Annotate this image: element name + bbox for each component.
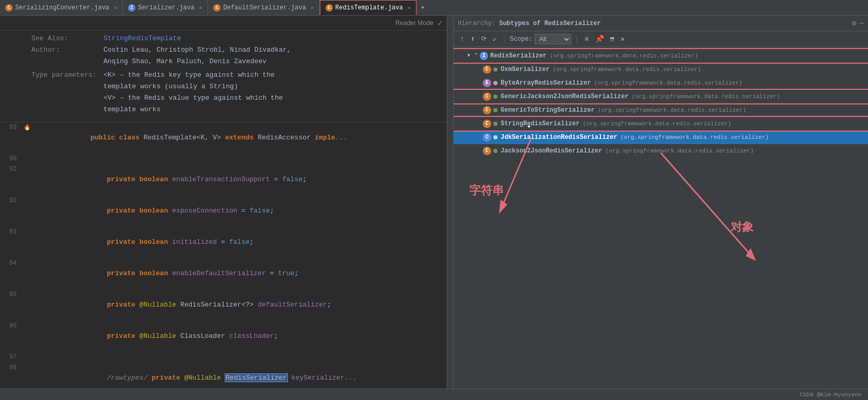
hier-tree[interactable]: ▼ * I RedisSerializer (org.springframewo… <box>454 47 868 389</box>
line-gutter-89: 🔥 <box>21 122 33 154</box>
tree-pkg-redis-serializer: (org.springframework.data.redis.serializ… <box>550 50 698 62</box>
code-line-97: 97 <box>0 352 447 362</box>
tree-name-redis-serializer: RedisSerializer <box>490 50 547 62</box>
tree-item-oxm[interactable]: C OxmSerializer (org.springframework.dat… <box>454 63 868 76</box>
author-spacer <box>31 56 99 67</box>
tb-collapse-btn[interactable]: ↙ <box>491 34 499 44</box>
dot-white-bytearray <box>493 81 497 85</box>
tree-icon-c-genericjackson: C <box>483 92 491 101</box>
tab-serializer[interactable]: I Serializer.java ✕ <box>123 0 208 15</box>
author-value2: Anqing Shao, Mark Paluch, Denis Zavedeev <box>103 56 267 67</box>
see-also-label: See Also: <box>31 33 99 44</box>
doc-block: See Also: StringRedisTemplate Author: Co… <box>0 31 447 122</box>
type-params-k2: template works (usually a String) <box>103 81 238 92</box>
hier-settings: ⚙ ─ <box>852 19 864 28</box>
code-line-90: 90 <box>0 154 447 164</box>
tb-expand-icon[interactable]: ≡ <box>583 34 591 44</box>
tree-pkg-jdk: (org.springframework.data.redis.serializ… <box>620 132 769 143</box>
tab-default-serializer[interactable]: C DefaultSerializer.java ✕ <box>208 0 319 15</box>
code-panel: Reader Mode ✓ See Also: StringRedisTempl… <box>0 16 447 389</box>
dot-green-jdk <box>493 135 497 139</box>
tree-item-stringredis[interactable]: C StringRedisSerializer (org.springframe… <box>454 117 868 131</box>
code-area[interactable]: 89 🔥 public class RedisTemplate<K, V> ex… <box>0 122 447 389</box>
tree-arrow-0: ▼ <box>467 50 473 62</box>
tree-icon-c-oxm: C <box>483 65 491 74</box>
tab-dropdown-btn[interactable]: ▾ <box>416 4 429 11</box>
scope-select[interactable]: All Project Module <box>535 34 571 44</box>
dot-green-j2 <box>493 149 497 153</box>
tree-icon-interface: I <box>480 52 488 60</box>
tree-name-jdk: JdkSerializationRedisSerializer <box>501 132 617 143</box>
minimize-icon[interactable]: ─ <box>860 19 864 28</box>
tree-pkg-oxm: (org.springframework.data.redis.serializ… <box>553 64 701 75</box>
tree-icon-c-jackson2: C <box>483 147 491 155</box>
tree-item-redis-serializer[interactable]: ▼ * I RedisSerializer (org.springframewo… <box>454 49 868 63</box>
dot-green-gj <box>493 95 497 99</box>
tab-close-1[interactable]: ✕ <box>114 5 117 11</box>
type-params-spacer1 <box>31 81 99 92</box>
dot-green-gs <box>493 108 497 112</box>
tree-name-stringredis: StringRedisSerializer <box>501 118 580 130</box>
line-num-89: 89 <box>0 122 21 154</box>
tab-redis-template[interactable]: C RedisTemplate.java ✕ <box>320 0 417 15</box>
type-params-label: Type parameters: <box>31 69 99 81</box>
code-line-91: 91 private boolean enableTransactionSupp… <box>0 164 447 195</box>
type-params-spacer2 <box>31 92 99 104</box>
tab-label-1: SerializingConverter.java <box>15 4 109 11</box>
hier-header: Hierarchy: Subtypes of RedisSerializer ⚙… <box>454 16 868 31</box>
tree-name-oxm: OxmSerializer <box>501 64 550 75</box>
code-line-89: 89 🔥 public class RedisTemplate<K, V> ex… <box>0 122 447 154</box>
tree-icon-c-stringredis: C <box>483 120 491 128</box>
tab-serializing-converter[interactable]: C SerializingConverter.java ✕ <box>0 0 123 15</box>
dot-green-oxm <box>493 67 497 72</box>
tab-bar: C SerializingConverter.java ✕ I Serializ… <box>0 0 868 16</box>
tb-close-btn[interactable]: ✕ <box>618 33 627 44</box>
hier-toolbar: ↑ ⬆ ⟳ ↙ | Scope: All Project Module | ≡ … <box>454 31 868 47</box>
tree-icon-c-genericstring: C <box>483 106 491 114</box>
author-label: Author: <box>31 44 99 56</box>
gear-icon[interactable]: ⚙ <box>852 19 856 28</box>
reader-mode-label: Reader Mode <box>396 19 434 27</box>
scope-label: Scope: <box>510 36 533 43</box>
tree-item-genericjackson[interactable]: C GenericJackson2JsonRedisSerializer (or… <box>454 90 868 103</box>
annotation-text-duixiang: 对象 <box>731 220 754 233</box>
type-params-v: <V> – the Redis value type against which… <box>103 92 283 104</box>
tb-refresh-btn[interactable]: ⟳ <box>479 34 489 44</box>
tb-export-icon[interactable]: ⬒ <box>608 34 616 44</box>
tree-pkg-genericjackson: (org.springframework.data.redis.serializ… <box>632 91 780 102</box>
tree-item-jackson2[interactable]: C Jackson2JsonRedisSerializer (org.sprin… <box>454 144 868 158</box>
type-params-v2: template works <box>103 104 160 115</box>
tab-close-3[interactable]: ✕ <box>311 5 314 11</box>
tree-item-jdk[interactable]: C JdkSerializationRedisSerializer (org.s… <box>454 131 868 144</box>
tb-prev-btn[interactable]: ⬆ <box>468 33 477 44</box>
tree-name-genericstring: GenericToStringSerializer <box>501 104 595 116</box>
tab-close-2[interactable]: ✕ <box>199 5 202 11</box>
tree-pkg-stringredis: (org.springframework.data.redis.serializ… <box>583 118 731 130</box>
tree-icon-e-bytearray: E <box>483 79 491 87</box>
svg-line-2 <box>661 153 754 259</box>
type-params-spacer3 <box>31 104 99 115</box>
annotation-label-zifu: 字符串 <box>469 183 504 198</box>
author-value: Costin Leau, Christoph Strobl, Ninad Div… <box>103 44 291 56</box>
dot-green-sr <box>493 122 497 126</box>
tree-pkg-bytearray: (org.springframework.data.redis.serializ… <box>594 77 743 89</box>
hierarchy-panel: Hierarchy: Subtypes of RedisSerializer ⚙… <box>453 16 868 389</box>
tree-star-icon: * <box>474 50 478 62</box>
tab-icon-c1: C <box>5 4 13 11</box>
tab-label-4: RedisTemplate.java <box>335 4 403 11</box>
tab-icon-c4: C <box>326 4 333 11</box>
type-params-k: <K> – the Redis key type against which t… <box>103 69 275 81</box>
code-line-92: 92 private boolean exposeConnection = fa… <box>0 195 447 227</box>
tab-close-4[interactable]: ✕ <box>408 5 411 11</box>
tb-up-btn[interactable]: ↑ <box>458 34 466 44</box>
check-icon: ✓ <box>437 18 443 28</box>
tree-name-genericjackson: GenericJackson2JsonRedisSerializer <box>501 91 629 102</box>
tree-item-bytearray[interactable]: E ByteArrayRedisSerializer (org.springfr… <box>454 76 868 90</box>
tree-icon-c-jdk: C <box>483 133 491 142</box>
status-bar: CSDN @Kim-Hyunyeon <box>0 389 868 400</box>
tree-item-genericstring[interactable]: C GenericToStringSerializer (org.springf… <box>454 103 868 117</box>
tree-name-jackson2: Jackson2JsonRedisSerializer <box>501 145 602 157</box>
code-line-93: 93 private boolean initialized = false; <box>0 227 447 258</box>
tab-label-3: DefaultSerializer.java <box>223 4 306 11</box>
tb-pin-icon[interactable]: 📌 <box>593 33 606 44</box>
